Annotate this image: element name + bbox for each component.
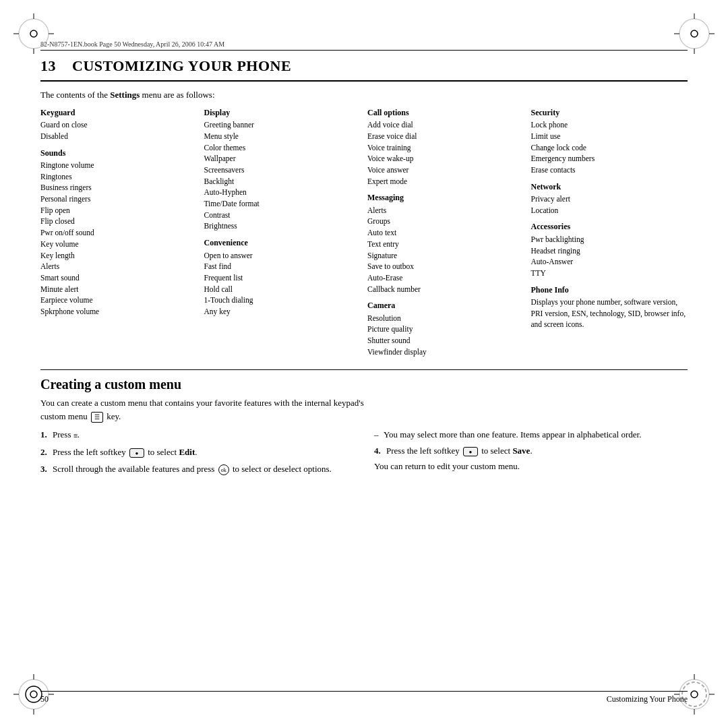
item-alerts-msg: Alerts xyxy=(367,205,524,216)
item-smart-sound: Smart sound xyxy=(40,272,198,284)
footer: 50 Customizing Your Phone xyxy=(40,691,688,704)
item-signature: Signature xyxy=(367,250,524,262)
item-expert-mode: Expert mode xyxy=(367,176,524,187)
step-4-text: Press the left softkey ● to select Save. xyxy=(386,444,688,458)
section-calloptions-title: Call options xyxy=(367,107,524,119)
step-4: 4. Press the left softkey ● to select Sa… xyxy=(374,444,688,458)
item-backlight: Backlight xyxy=(204,176,361,187)
item-erase-contacts: Erase contacts xyxy=(531,164,688,176)
footer-title: Customizing Your Phone xyxy=(607,694,688,704)
header-text: 82-N8757-1EN.book Page 50 Wednesday, Apr… xyxy=(40,40,224,48)
section-camera-title: Camera xyxy=(367,300,524,311)
item-headset-ringing: Headset ringing xyxy=(531,245,688,257)
step-2: 2. Press the left softkey ● to select Ed… xyxy=(40,446,354,459)
intro-before: The contents of the xyxy=(40,90,110,100)
svg-point-7 xyxy=(691,30,698,37)
svg-point-14 xyxy=(30,691,37,698)
item-location: Location xyxy=(531,205,688,216)
item-fast-find: Fast find xyxy=(204,261,361,272)
item-earpiece-volume: Earpiece volume xyxy=(40,295,198,306)
footer-page-number: 50 xyxy=(40,694,49,704)
item-ringtone-volume: Ringtone volume xyxy=(40,160,198,171)
section-sounds-title: Sounds xyxy=(40,148,198,159)
item-tty: TTY xyxy=(531,268,688,279)
main-content: 13 CUSTOMIZING YOUR PHONE The contents o… xyxy=(40,57,688,681)
instructions-left: 1. Press ☰. 2. Press the left softkey ● … xyxy=(40,428,354,480)
bullet-item-1: – You may select more than one feature. … xyxy=(374,428,688,442)
bullet-text-1: You may select more than one feature. It… xyxy=(384,428,688,442)
svg-point-13 xyxy=(26,686,42,702)
step-3-num: 3. xyxy=(40,462,53,476)
item-privacy-alert: Privacy alert xyxy=(531,193,688,205)
item-brightness: Brightness xyxy=(204,220,361,232)
section-convenience-title: Convenience xyxy=(204,237,361,249)
intro-line1: You can create a custom menu that contai… xyxy=(40,398,364,408)
item-auto-answer: Auto-Answer xyxy=(531,256,688,268)
settings-col-3: Call options Add voice dial Erase voice … xyxy=(367,107,524,357)
intro-line3: key. xyxy=(107,411,121,421)
item-pwr-onoff-sound: Pwr on/off sound xyxy=(40,227,198,239)
intro-after: menu are as follows: xyxy=(140,90,214,100)
section-divider xyxy=(40,369,688,370)
item-callback-number: Callback number xyxy=(367,284,524,295)
section-accessories-title: Accessories xyxy=(531,221,688,233)
section-security-title: Security xyxy=(531,107,688,119)
item-spkrphone-volume: Spkrphone volume xyxy=(40,306,198,317)
item-auto-erase: Auto-Erase xyxy=(367,272,524,284)
item-hold-call: Hold call xyxy=(204,284,361,295)
item-pwr-backlighting: Pwr backlighting xyxy=(531,234,688,245)
custom-menu-title: Creating a custom menu xyxy=(40,377,688,392)
item-voice-training: Voice training xyxy=(367,142,524,154)
item-wallpaper: Wallpaper xyxy=(204,153,361,164)
item-picture-quality: Picture quality xyxy=(367,324,524,335)
section-phoneinfo-title: Phone Info xyxy=(531,284,688,296)
item-personal-ringers: Personal ringers xyxy=(40,193,198,205)
item-flip-open: Flip open xyxy=(40,205,198,216)
item-open-to-answer: Open to answer xyxy=(204,250,361,262)
svg-point-1 xyxy=(30,30,37,37)
item-voice-wakeup: Voice wake-up xyxy=(367,153,524,164)
item-groups: Groups xyxy=(367,216,524,227)
item-voice-answer: Voice answer xyxy=(367,164,524,176)
item-save-to-outbox: Save to outbox xyxy=(367,261,524,272)
item-shutter-sound: Shutter sound xyxy=(367,335,524,346)
item-auto-hyphen: Auto-Hyphen xyxy=(204,187,361,198)
section-keyguard-title: Keyguard xyxy=(40,107,198,119)
svg-point-21 xyxy=(691,691,698,698)
step-1-text: Press ☰. xyxy=(53,428,354,442)
item-erase-voice-dial: Erase voice dial xyxy=(367,131,524,142)
step-1-num: 1. xyxy=(40,428,53,442)
instructions-grid: 1. Press ☰. 2. Press the left softkey ● … xyxy=(40,428,688,480)
custom-menu-intro: You can create a custom menu that contai… xyxy=(40,396,688,423)
item-frequent-list: Frequent list xyxy=(204,272,361,284)
header-bar: 82-N8757-1EN.book Page 50 Wednesday, Apr… xyxy=(40,40,688,51)
step-2-num: 2. xyxy=(40,446,53,459)
ok-icon-step3: ok xyxy=(218,464,229,475)
item-color-themes: Color themes xyxy=(204,142,361,154)
section-network-title: Network xyxy=(531,181,688,193)
settings-col-4: Security Lock phone Limit use Change loc… xyxy=(531,107,688,357)
item-viewfinder-display: Viewfinder display xyxy=(367,346,524,358)
step-1: 1. Press ☰. xyxy=(40,428,354,442)
bullet-dash: – xyxy=(374,428,384,442)
item-text-entry: Text entry xyxy=(367,239,524,250)
softkey-icon-step4: ● xyxy=(463,447,478,456)
item-disabled: Disabled xyxy=(40,131,198,142)
settings-col-2: Display Greeting banner Menu style Color… xyxy=(204,107,361,357)
intro-line2: custom menu xyxy=(40,411,88,421)
step-2-text: Press the left softkey ● to select Edit. xyxy=(53,446,354,459)
item-minute-alert: Minute alert xyxy=(40,284,198,295)
item-key-volume: Key volume xyxy=(40,239,198,250)
settings-col-1: Keyguard Guard on close Disabled Sounds … xyxy=(40,107,198,357)
section-messaging-title: Messaging xyxy=(367,192,524,204)
chapter-number: 13 xyxy=(40,57,56,74)
item-key-length: Key length xyxy=(40,250,198,262)
item-1touch-dialing: 1-Touch dialing xyxy=(204,295,361,306)
section-display-title: Display xyxy=(204,107,361,119)
item-change-lock-code: Change lock code xyxy=(531,142,688,154)
item-auto-text: Auto text xyxy=(367,227,524,239)
softkey-icon-step2: ● xyxy=(129,448,144,458)
item-limit-use: Limit use xyxy=(531,131,688,142)
return-text: You can return to edit your custom menu. xyxy=(374,461,688,472)
settings-grid: Keyguard Guard on close Disabled Sounds … xyxy=(40,107,688,357)
